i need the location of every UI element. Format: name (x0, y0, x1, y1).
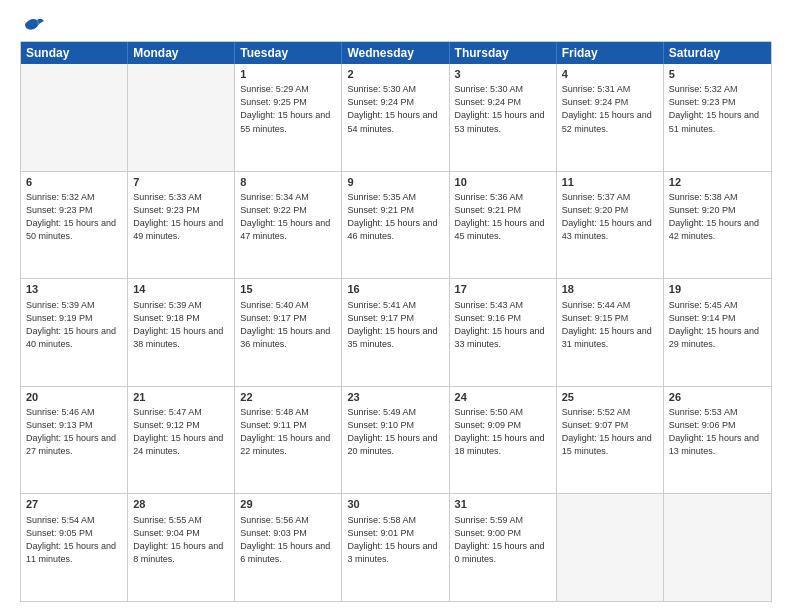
day-number: 28 (133, 497, 229, 512)
calendar-cell: 17Sunrise: 5:43 AM Sunset: 9:16 PM Dayli… (450, 279, 557, 386)
calendar-cell (128, 64, 235, 171)
day-number: 4 (562, 67, 658, 82)
calendar-cell: 8Sunrise: 5:34 AM Sunset: 9:22 PM Daylig… (235, 172, 342, 279)
cell-details: Sunrise: 5:55 AM Sunset: 9:04 PM Dayligh… (133, 514, 229, 566)
calendar-cell: 20Sunrise: 5:46 AM Sunset: 9:13 PM Dayli… (21, 387, 128, 494)
calendar-cell: 1Sunrise: 5:29 AM Sunset: 9:25 PM Daylig… (235, 64, 342, 171)
calendar-cell: 7Sunrise: 5:33 AM Sunset: 9:23 PM Daylig… (128, 172, 235, 279)
cell-details: Sunrise: 5:46 AM Sunset: 9:13 PM Dayligh… (26, 406, 122, 458)
cell-details: Sunrise: 5:37 AM Sunset: 9:20 PM Dayligh… (562, 191, 658, 243)
calendar-row: 6Sunrise: 5:32 AM Sunset: 9:23 PM Daylig… (21, 171, 771, 279)
cell-details: Sunrise: 5:43 AM Sunset: 9:16 PM Dayligh… (455, 299, 551, 351)
cell-details: Sunrise: 5:47 AM Sunset: 9:12 PM Dayligh… (133, 406, 229, 458)
day-number: 16 (347, 282, 443, 297)
day-number: 7 (133, 175, 229, 190)
calendar-cell: 25Sunrise: 5:52 AM Sunset: 9:07 PM Dayli… (557, 387, 664, 494)
calendar-cell: 23Sunrise: 5:49 AM Sunset: 9:10 PM Dayli… (342, 387, 449, 494)
calendar-cell: 4Sunrise: 5:31 AM Sunset: 9:24 PM Daylig… (557, 64, 664, 171)
day-number: 22 (240, 390, 336, 405)
cell-details: Sunrise: 5:31 AM Sunset: 9:24 PM Dayligh… (562, 83, 658, 135)
calendar-cell: 22Sunrise: 5:48 AM Sunset: 9:11 PM Dayli… (235, 387, 342, 494)
calendar-header-cell: Sunday (21, 42, 128, 64)
calendar-cell: 2Sunrise: 5:30 AM Sunset: 9:24 PM Daylig… (342, 64, 449, 171)
calendar-cell: 31Sunrise: 5:59 AM Sunset: 9:00 PM Dayli… (450, 494, 557, 601)
header (20, 15, 772, 33)
cell-details: Sunrise: 5:39 AM Sunset: 9:18 PM Dayligh… (133, 299, 229, 351)
calendar-cell: 6Sunrise: 5:32 AM Sunset: 9:23 PM Daylig… (21, 172, 128, 279)
cell-details: Sunrise: 5:54 AM Sunset: 9:05 PM Dayligh… (26, 514, 122, 566)
day-number: 18 (562, 282, 658, 297)
day-number: 10 (455, 175, 551, 190)
cell-details: Sunrise: 5:48 AM Sunset: 9:11 PM Dayligh… (240, 406, 336, 458)
calendar-cell: 29Sunrise: 5:56 AM Sunset: 9:03 PM Dayli… (235, 494, 342, 601)
calendar-row: 27Sunrise: 5:54 AM Sunset: 9:05 PM Dayli… (21, 493, 771, 601)
calendar-header-cell: Friday (557, 42, 664, 64)
calendar-header-cell: Tuesday (235, 42, 342, 64)
cell-details: Sunrise: 5:30 AM Sunset: 9:24 PM Dayligh… (455, 83, 551, 135)
calendar-cell: 13Sunrise: 5:39 AM Sunset: 9:19 PM Dayli… (21, 279, 128, 386)
cell-details: Sunrise: 5:29 AM Sunset: 9:25 PM Dayligh… (240, 83, 336, 135)
calendar-header-cell: Thursday (450, 42, 557, 64)
calendar-cell: 27Sunrise: 5:54 AM Sunset: 9:05 PM Dayli… (21, 494, 128, 601)
day-number: 30 (347, 497, 443, 512)
logo (20, 15, 45, 33)
cell-details: Sunrise: 5:58 AM Sunset: 9:01 PM Dayligh… (347, 514, 443, 566)
calendar-header-cell: Wednesday (342, 42, 449, 64)
cell-details: Sunrise: 5:39 AM Sunset: 9:19 PM Dayligh… (26, 299, 122, 351)
cell-details: Sunrise: 5:35 AM Sunset: 9:21 PM Dayligh… (347, 191, 443, 243)
day-number: 20 (26, 390, 122, 405)
cell-details: Sunrise: 5:33 AM Sunset: 9:23 PM Dayligh… (133, 191, 229, 243)
cell-details: Sunrise: 5:49 AM Sunset: 9:10 PM Dayligh… (347, 406, 443, 458)
day-number: 31 (455, 497, 551, 512)
cell-details: Sunrise: 5:36 AM Sunset: 9:21 PM Dayligh… (455, 191, 551, 243)
day-number: 23 (347, 390, 443, 405)
calendar-cell (664, 494, 771, 601)
day-number: 24 (455, 390, 551, 405)
day-number: 2 (347, 67, 443, 82)
calendar-cell (21, 64, 128, 171)
calendar-header-cell: Monday (128, 42, 235, 64)
calendar-cell: 26Sunrise: 5:53 AM Sunset: 9:06 PM Dayli… (664, 387, 771, 494)
calendar-row: 1Sunrise: 5:29 AM Sunset: 9:25 PM Daylig… (21, 64, 771, 171)
cell-details: Sunrise: 5:59 AM Sunset: 9:00 PM Dayligh… (455, 514, 551, 566)
cell-details: Sunrise: 5:38 AM Sunset: 9:20 PM Dayligh… (669, 191, 766, 243)
day-number: 29 (240, 497, 336, 512)
cell-details: Sunrise: 5:53 AM Sunset: 9:06 PM Dayligh… (669, 406, 766, 458)
calendar-cell: 30Sunrise: 5:58 AM Sunset: 9:01 PM Dayli… (342, 494, 449, 601)
cell-details: Sunrise: 5:50 AM Sunset: 9:09 PM Dayligh… (455, 406, 551, 458)
calendar-cell: 19Sunrise: 5:45 AM Sunset: 9:14 PM Dayli… (664, 279, 771, 386)
day-number: 12 (669, 175, 766, 190)
calendar-cell: 9Sunrise: 5:35 AM Sunset: 9:21 PM Daylig… (342, 172, 449, 279)
day-number: 25 (562, 390, 658, 405)
day-number: 1 (240, 67, 336, 82)
day-number: 13 (26, 282, 122, 297)
calendar-cell: 24Sunrise: 5:50 AM Sunset: 9:09 PM Dayli… (450, 387, 557, 494)
calendar-cell: 10Sunrise: 5:36 AM Sunset: 9:21 PM Dayli… (450, 172, 557, 279)
calendar-cell: 28Sunrise: 5:55 AM Sunset: 9:04 PM Dayli… (128, 494, 235, 601)
cell-details: Sunrise: 5:56 AM Sunset: 9:03 PM Dayligh… (240, 514, 336, 566)
calendar: SundayMondayTuesdayWednesdayThursdayFrid… (20, 41, 772, 602)
day-number: 19 (669, 282, 766, 297)
calendar-cell: 15Sunrise: 5:40 AM Sunset: 9:17 PM Dayli… (235, 279, 342, 386)
cell-details: Sunrise: 5:52 AM Sunset: 9:07 PM Dayligh… (562, 406, 658, 458)
cell-details: Sunrise: 5:30 AM Sunset: 9:24 PM Dayligh… (347, 83, 443, 135)
day-number: 5 (669, 67, 766, 82)
cell-details: Sunrise: 5:40 AM Sunset: 9:17 PM Dayligh… (240, 299, 336, 351)
calendar-cell: 12Sunrise: 5:38 AM Sunset: 9:20 PM Dayli… (664, 172, 771, 279)
calendar-cell: 5Sunrise: 5:32 AM Sunset: 9:23 PM Daylig… (664, 64, 771, 171)
calendar-header: SundayMondayTuesdayWednesdayThursdayFrid… (21, 42, 771, 64)
cell-details: Sunrise: 5:34 AM Sunset: 9:22 PM Dayligh… (240, 191, 336, 243)
cell-details: Sunrise: 5:45 AM Sunset: 9:14 PM Dayligh… (669, 299, 766, 351)
calendar-body: 1Sunrise: 5:29 AM Sunset: 9:25 PM Daylig… (21, 64, 771, 601)
day-number: 17 (455, 282, 551, 297)
day-number: 8 (240, 175, 336, 190)
calendar-cell: 3Sunrise: 5:30 AM Sunset: 9:24 PM Daylig… (450, 64, 557, 171)
calendar-cell: 14Sunrise: 5:39 AM Sunset: 9:18 PM Dayli… (128, 279, 235, 386)
day-number: 3 (455, 67, 551, 82)
cell-details: Sunrise: 5:41 AM Sunset: 9:17 PM Dayligh… (347, 299, 443, 351)
day-number: 27 (26, 497, 122, 512)
page: SundayMondayTuesdayWednesdayThursdayFrid… (0, 0, 792, 612)
day-number: 21 (133, 390, 229, 405)
day-number: 15 (240, 282, 336, 297)
calendar-cell: 18Sunrise: 5:44 AM Sunset: 9:15 PM Dayli… (557, 279, 664, 386)
